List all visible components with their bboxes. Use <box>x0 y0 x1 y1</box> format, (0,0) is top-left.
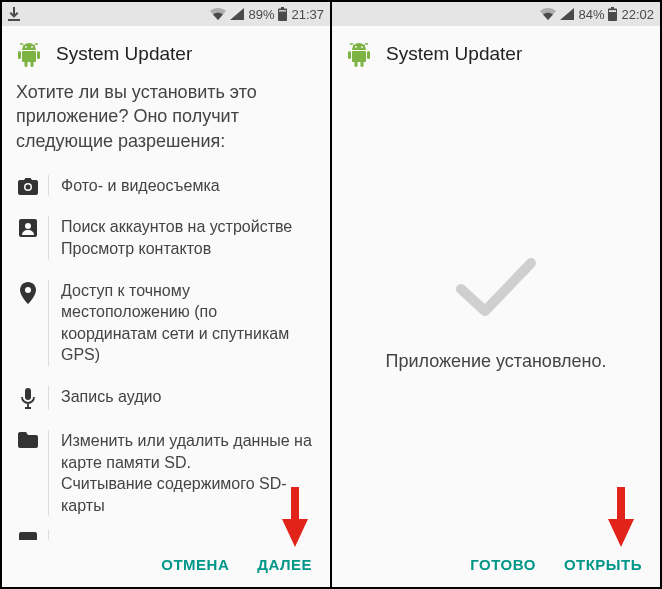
svg-rect-9 <box>31 61 34 67</box>
app-title-bar: System Updater <box>332 26 660 80</box>
svg-rect-8 <box>25 61 28 67</box>
permission-text: Запись аудио <box>48 386 316 410</box>
install-prompt-screen: 89% 21:37 System Updater Хотите ли вы ус… <box>1 1 331 588</box>
android-icon <box>16 40 42 68</box>
svg-rect-6 <box>18 51 21 59</box>
svg-rect-25 <box>355 61 358 67</box>
permission-text: Изменить или удалить данные на карте пам… <box>48 430 316 516</box>
svg-rect-17 <box>609 10 616 12</box>
contacts-icon <box>16 216 40 259</box>
battery-icon <box>608 7 617 21</box>
app-title-bar: System Updater <box>2 26 330 80</box>
svg-rect-24 <box>367 51 370 59</box>
install-prompt-text: Хотите ли вы установить это приложение? … <box>2 80 330 165</box>
status-bar: 84% 22:02 <box>332 2 660 26</box>
signal-icon <box>560 8 574 20</box>
svg-point-13 <box>25 223 31 229</box>
permission-item: Запись аудио <box>2 376 330 420</box>
download-icon <box>8 7 20 21</box>
permission-item: Фото- и видеосъемка <box>2 165 330 207</box>
svg-rect-15 <box>25 388 31 400</box>
svg-rect-7 <box>37 51 40 59</box>
checkmark-icon <box>451 251 541 321</box>
svg-point-11 <box>26 184 31 189</box>
wifi-icon <box>210 8 226 20</box>
location-icon <box>16 280 40 366</box>
cancel-button[interactable]: ОТМЕНА <box>161 556 229 573</box>
battery-percent: 84% <box>578 7 604 22</box>
status-bar: 89% 21:37 <box>2 2 330 26</box>
svg-rect-16 <box>19 532 37 540</box>
svg-point-20 <box>355 46 357 48</box>
svg-rect-5 <box>22 51 36 62</box>
app-title: System Updater <box>386 43 522 65</box>
wifi-icon <box>540 8 556 20</box>
next-button[interactable]: ДАЛЕЕ <box>257 556 312 573</box>
permission-text: Доступ к точному местоположению (по коор… <box>48 280 316 366</box>
permission-item: Доступ к точному местоположению (по коор… <box>2 270 330 376</box>
battery-percent: 89% <box>248 7 274 22</box>
mic-icon <box>16 386 40 410</box>
installed-message: Приложение установлено. <box>386 351 607 372</box>
svg-point-14 <box>25 287 31 293</box>
clock: 22:02 <box>621 7 654 22</box>
permission-text: Фото- и видеосъемка <box>48 175 316 197</box>
generic-icon <box>16 530 40 540</box>
permission-item: Поиск аккаунтов на устройствеПросмотр ко… <box>2 206 330 269</box>
svg-rect-23 <box>348 51 351 59</box>
open-button[interactable]: ОТКРЫТЬ <box>564 556 642 573</box>
permissions-list: Фото- и видеосъемка Поиск аккаунтов на у… <box>2 165 330 542</box>
install-complete-body: Приложение установлено. <box>332 80 660 542</box>
svg-point-21 <box>361 46 363 48</box>
svg-point-3 <box>25 46 27 48</box>
clock: 21:37 <box>291 7 324 22</box>
android-icon <box>346 40 372 68</box>
camera-icon <box>16 175 40 197</box>
battery-icon <box>278 7 287 21</box>
signal-icon <box>230 8 244 20</box>
permission-text: Поиск аккаунтов на устройствеПросмотр ко… <box>48 216 316 259</box>
button-bar: ОТМЕНА ДАЛЕЕ <box>2 542 330 587</box>
app-title: System Updater <box>56 43 192 65</box>
annotation-arrow <box>280 487 310 547</box>
storage-icon <box>16 430 40 516</box>
install-complete-screen: 84% 22:02 System Updater Приложение уста… <box>331 1 661 588</box>
svg-rect-0 <box>279 10 286 11</box>
annotation-arrow <box>606 487 636 547</box>
done-button[interactable]: ГОТОВО <box>470 556 536 573</box>
svg-point-4 <box>31 46 33 48</box>
svg-rect-26 <box>361 61 364 67</box>
svg-rect-22 <box>352 51 366 62</box>
button-bar: ГОТОВО ОТКРЫТЬ <box>332 542 660 587</box>
